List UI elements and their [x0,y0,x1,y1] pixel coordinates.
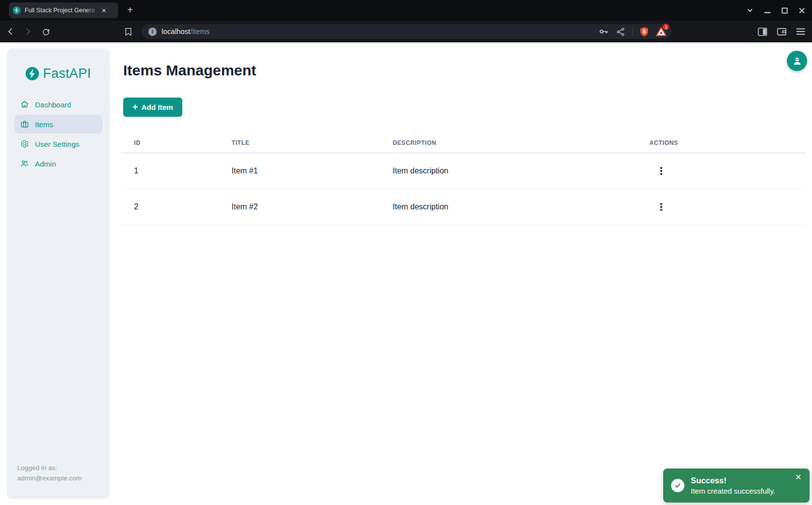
row-actions-menu-button[interactable] [655,200,668,214]
brand: FastAPI [7,48,110,81]
table-row: 2 Item #2 Item description [121,189,806,225]
sidebar-item-label: User Settings [35,140,79,148]
cell-id: 2 [121,202,232,211]
table-header-row: ID TITLE DESCRIPTION ACTIONS [121,133,806,153]
cell-title: Item #1 [232,167,393,175]
cell-description: Item description [393,202,649,211]
page-content: FastAPI Dashboard Items User Settings A [0,42,812,505]
tab-strip: Full Stack Project Genera ✕ + [0,0,812,21]
cell-id: 1 [121,167,232,175]
sidebar-item-admin[interactable]: Admin [14,154,102,173]
site-info-icon[interactable]: i [148,28,157,36]
close-window-button[interactable] [799,7,805,14]
back-button[interactable] [3,24,18,39]
users-icon [20,159,29,168]
toast-title: Success! [691,475,775,486]
row-actions-menu-button[interactable] [655,164,668,178]
fastapi-favicon-icon [13,6,21,14]
logged-in-label: Logged in as: [17,463,82,473]
brave-rewards-icon[interactable]: 1 [656,27,667,36]
sidebar-item-items[interactable]: Items [14,115,102,134]
browser-toolbar: i localhost/items 1 [0,21,812,42]
password-key-icon[interactable] [598,26,609,37]
sidebar-item-dashboard[interactable]: Dashboard [14,95,102,114]
table-row: 1 Item #1 Item description [121,153,806,189]
forward-button[interactable] [21,24,35,39]
rewards-notification-badge: 1 [663,24,669,30]
items-table: ID TITLE DESCRIPTION ACTIONS 1 Item #1 I… [121,133,806,225]
sidebar-item-label: Items [35,120,53,129]
sidebar-item-label: Dashboard [35,101,71,109]
col-header-title: TITLE [232,139,393,146]
maximize-button[interactable] [781,7,788,14]
tab-title: Full Stack Project Genera [25,7,100,14]
add-item-button[interactable]: + Add Item [123,98,182,117]
gear-icon [20,139,29,148]
sidebar: FastAPI Dashboard Items User Settings A [7,48,110,499]
logged-in-email: admin@example.com [17,473,82,483]
browser-tab[interactable]: Full Stack Project Genera ✕ [9,2,118,18]
menu-hamburger-icon[interactable] [796,28,805,35]
tab-search-chevron-icon[interactable] [746,7,753,14]
col-header-actions: ACTIONS [649,139,806,146]
toast-close-button[interactable]: ✕ [793,471,804,483]
cell-title: Item #2 [232,202,393,211]
briefcase-icon [20,120,29,129]
plus-icon: + [133,102,138,111]
col-header-description: DESCRIPTION [393,139,649,146]
home-icon [20,100,29,109]
user-icon [792,56,803,67]
wallet-icon[interactable] [777,28,786,36]
toolbar-divider [632,27,633,36]
brand-name: FastAPI [43,66,91,81]
bookmark-icon[interactable] [121,24,135,39]
tab-close-icon[interactable]: ✕ [100,6,108,15]
logged-in-info: Logged in as: admin@example.com [17,463,82,483]
share-icon[interactable] [616,27,625,36]
cell-description: Item description [393,167,649,175]
success-check-icon [671,479,684,492]
sidebar-item-label: Admin [35,160,56,168]
browser-window: Full Stack Project Genera ✕ + i localhos… [0,0,812,505]
user-avatar-button[interactable] [787,51,807,71]
side-panel-icon[interactable] [758,28,767,36]
brave-shield-icon[interactable] [640,27,649,37]
new-tab-button[interactable]: + [124,4,136,16]
sidebar-item-user-settings[interactable]: User Settings [14,135,102,153]
reload-button[interactable] [38,24,53,39]
url-bar[interactable]: i localhost/items 1 [141,24,672,39]
page-title: Items Management [123,62,256,79]
url-text: localhost/items [162,28,209,35]
col-header-id: ID [121,139,232,146]
success-toast: Success! Item created successfully. ✕ [663,469,810,503]
minimize-button[interactable] [764,7,771,14]
toast-message: Item created successfully. [691,486,775,496]
fastapi-logo-icon [26,67,39,80]
